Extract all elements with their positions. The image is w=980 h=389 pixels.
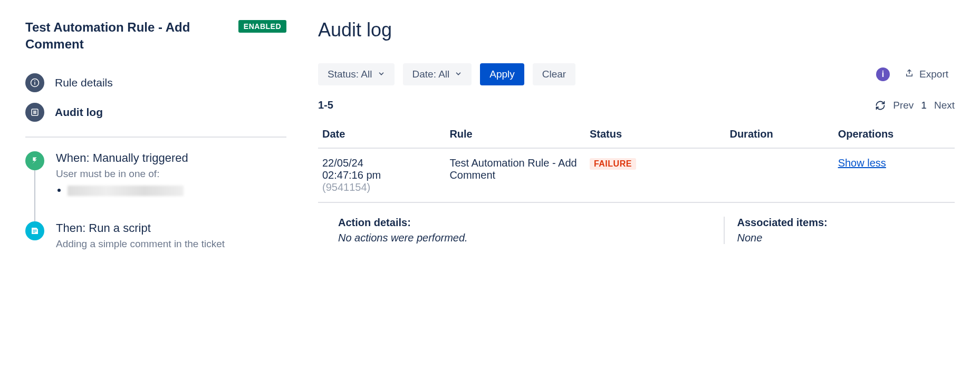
col-status: Status [585, 121, 726, 148]
chevron-down-icon [378, 69, 385, 80]
date-filter-label: Date: All [412, 69, 450, 80]
script-icon [25, 221, 44, 240]
associated-items-label: Associated items: [737, 217, 938, 229]
trigger-user-item [68, 184, 286, 196]
trigger-icon [25, 151, 44, 170]
divider [25, 137, 286, 138]
action-details: Action details: No actions were performe… [322, 217, 724, 244]
main-content: Audit log Status: All Date: All Apply Cl… [318, 19, 955, 252]
page-title: Audit log [318, 19, 955, 41]
pager-page: 1 [921, 100, 927, 111]
rule-header: Test Automation Rule - Add Comment ENABL… [25, 19, 286, 53]
cell-rule: Test Automation Rule - Add Comment [445, 148, 585, 202]
action-title: Then: Run a script [56, 221, 286, 235]
show-less-link[interactable]: Show less [838, 157, 886, 169]
export-button[interactable]: Export [898, 64, 955, 85]
chevron-down-icon [455, 69, 462, 80]
export-label: Export [919, 69, 948, 80]
list-icon [25, 103, 44, 122]
date-line1: 22/05/24 [322, 157, 441, 169]
pager-row: 1-5 Prev 1 Next [318, 99, 955, 111]
action-subtitle: Adding a simple comment in the ticket [56, 238, 286, 250]
action-step[interactable]: Then: Run a script Adding a simple comme… [25, 221, 286, 250]
status-filter[interactable]: Status: All [318, 63, 395, 85]
cell-date: 22/05/24 02:47:16 pm (9541154) [318, 148, 445, 202]
cell-duration [725, 148, 833, 202]
trigger-title: When: Manually triggered [56, 151, 286, 165]
col-operations: Operations [834, 121, 955, 148]
refresh-icon[interactable] [875, 100, 886, 111]
details-row: Action details: No actions were performe… [318, 202, 955, 252]
date-line2: 02:47:16 pm [322, 169, 441, 181]
nav-rule-details[interactable]: Rule details [25, 68, 286, 98]
status-badge-enabled: ENABLED [238, 20, 286, 33]
pager-prev[interactable]: Prev [893, 100, 914, 111]
table-row: 22/05/24 02:47:16 pm (9541154) Test Auto… [318, 148, 955, 202]
nav-label-details: Rule details [55, 76, 113, 89]
sidebar: Test Automation Rule - Add Comment ENABL… [25, 19, 286, 252]
export-icon [905, 69, 914, 81]
col-rule: Rule [445, 121, 585, 148]
col-duration: Duration [725, 121, 833, 148]
action-details-label: Action details: [338, 217, 711, 229]
rule-steps: When: Manually triggered User must be in… [25, 151, 286, 250]
svg-rect-1 [34, 82, 35, 84]
info-badge[interactable]: i [876, 67, 890, 81]
clear-button[interactable]: Clear [533, 63, 575, 85]
status-filter-label: Status: All [328, 69, 372, 80]
date-id: (9541154) [322, 181, 441, 193]
result-range: 1-5 [318, 99, 333, 111]
date-filter[interactable]: Date: All [403, 63, 472, 85]
associated-items: Associated items: None [724, 217, 950, 244]
svg-rect-2 [34, 80, 35, 81]
status-failure-badge: FAILURE [590, 158, 636, 170]
associated-items-value: None [737, 232, 938, 244]
cell-status: FAILURE [585, 148, 726, 202]
action-details-value: No actions were performed. [338, 232, 711, 244]
apply-button[interactable]: Apply [480, 63, 524, 85]
trigger-subtitle: User must be in one of: [56, 168, 286, 180]
rule-title: Test Automation Rule - Add Comment [25, 19, 230, 53]
cell-operations: Show less [834, 148, 955, 202]
redacted-user [68, 186, 184, 196]
nav-audit-log[interactable]: Audit log [25, 98, 286, 127]
info-icon [25, 73, 44, 92]
trigger-step[interactable]: When: Manually triggered User must be in… [25, 151, 286, 196]
pager-next[interactable]: Next [934, 100, 955, 111]
audit-table: Date Rule Status Duration Operations 22/… [318, 121, 955, 252]
col-date: Date [318, 121, 445, 148]
filter-toolbar: Status: All Date: All Apply Clear i Expo… [318, 63, 955, 85]
nav-label-audit: Audit log [55, 106, 103, 119]
